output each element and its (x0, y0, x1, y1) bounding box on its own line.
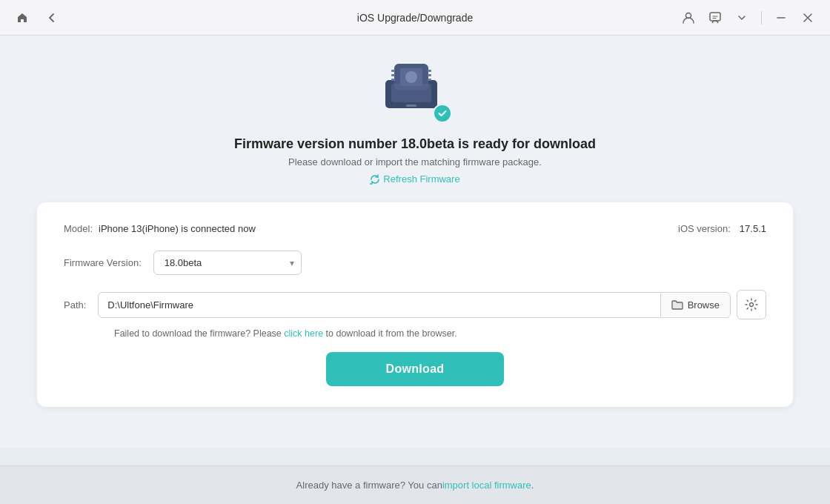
path-input[interactable] (99, 293, 660, 317)
svg-point-5 (405, 71, 417, 83)
user-icon-button[interactable] (678, 7, 699, 28)
device-icon-wrapper (378, 58, 452, 125)
model-row: Model: iPhone 13(iPhone) is connected no… (64, 223, 766, 234)
footer: Already have a firmware? You can import … (0, 465, 830, 504)
svg-rect-12 (391, 84, 431, 102)
import-local-firmware-link[interactable]: import local firmware (442, 480, 531, 491)
hero-section: Firmware version number 18.0beta is read… (234, 58, 596, 185)
download-button[interactable]: Download (326, 352, 504, 386)
click-here-link[interactable]: click here (284, 328, 323, 339)
svg-rect-9 (428, 70, 431, 72)
svg-rect-8 (391, 79, 395, 81)
chevron-down-button[interactable] (731, 7, 752, 28)
path-label: Path: (64, 299, 86, 311)
browse-button[interactable]: Browse (660, 294, 730, 316)
hero-title: Firmware version number 18.0beta is read… (234, 136, 596, 152)
minimize-button[interactable] (771, 7, 791, 28)
firmware-select-wrapper: 18.0beta 17.5.1 17.5 17.4.1 ▾ (153, 251, 302, 275)
folder-icon (671, 299, 683, 310)
title-bar-left (12, 7, 62, 28)
download-button-wrapper: Download (64, 352, 766, 386)
ios-version-value: 17.5.1 (740, 223, 766, 234)
hero-subtitle: Please download or import the matching f… (288, 156, 542, 168)
info-card: Model: iPhone 13(iPhone) is connected no… (37, 202, 793, 407)
check-badge (433, 104, 452, 123)
refresh-firmware-link[interactable]: Refresh Firmware (370, 173, 459, 185)
ios-version-label: iOS version: (678, 223, 731, 234)
home-button[interactable] (12, 7, 33, 28)
model-value: iPhone 13(iPhone) is connected now (99, 223, 256, 234)
svg-rect-7 (391, 74, 395, 76)
title-bar: iOS Upgrade/Downgrade (0, 0, 830, 36)
svg-rect-10 (428, 74, 431, 76)
svg-rect-13 (406, 105, 416, 107)
back-button[interactable] (42, 7, 62, 28)
firmware-version-label: Firmware Version: (64, 257, 142, 268)
title-bar-right (678, 7, 818, 28)
path-row: Path: Browse (64, 290, 766, 319)
chat-icon-button[interactable] (705, 7, 726, 28)
failed-message: Failed to download the firmware? Please … (64, 328, 766, 339)
refresh-icon (370, 174, 380, 185)
svg-rect-6 (391, 70, 395, 72)
firmware-version-row: Firmware Version: 18.0beta 17.5.1 17.5 1… (64, 251, 766, 275)
firmware-version-select[interactable]: 18.0beta 17.5.1 17.5 17.4.1 (153, 251, 302, 275)
settings-button[interactable] (737, 290, 766, 319)
device-chip-icon (378, 58, 445, 113)
main-content: Firmware version number 18.0beta is read… (0, 36, 830, 448)
svg-point-14 (750, 303, 754, 307)
gear-icon (745, 298, 758, 311)
svg-rect-11 (428, 79, 431, 81)
window-title: iOS Upgrade/Downgrade (357, 12, 473, 24)
path-input-wrapper: Browse (98, 292, 731, 318)
model-label: Model: (64, 223, 93, 234)
ios-version-section: iOS version: 17.5.1 (678, 223, 766, 234)
close-button[interactable] (797, 7, 818, 28)
divider (761, 11, 762, 24)
